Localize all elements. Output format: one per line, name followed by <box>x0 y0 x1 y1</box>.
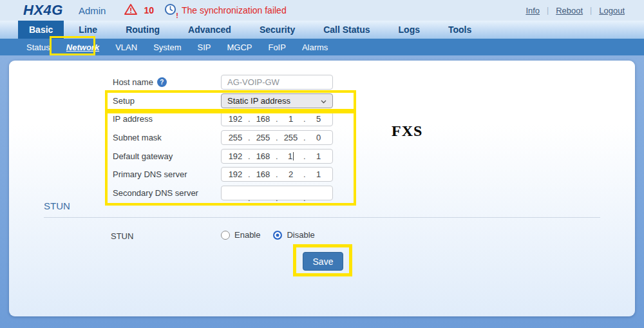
host-name-input[interactable] <box>221 75 333 90</box>
subtab-alarms[interactable]: Alarms <box>298 43 332 52</box>
default-gateway-row: Default gateway 192 168 1 1 <box>113 149 333 164</box>
logged-in-user: Admin <box>79 5 106 16</box>
reboot-link[interactable]: Reboot <box>556 6 583 15</box>
stun-enable-option[interactable]: Enable <box>221 230 260 240</box>
subtab-network[interactable]: Network <box>62 43 103 52</box>
warning-triangle-icon[interactable] <box>124 3 138 18</box>
top-bar: HX4G Admin 10 ! The synchronization fail… <box>0 0 644 21</box>
ip-address-input[interactable]: 192 168 1 5 <box>221 111 333 126</box>
save-button[interactable]: Save <box>303 252 343 271</box>
primary-dns-label: Primary DNS server <box>113 169 221 179</box>
subtab-vlan[interactable]: VLAN <box>111 43 141 52</box>
host-name-row: Host name ? <box>113 75 333 90</box>
setup-label: Setup <box>113 96 221 106</box>
logout-link[interactable]: Logout <box>599 6 625 15</box>
setup-select[interactable]: Static IP address <box>221 93 333 108</box>
tab-logs[interactable]: Logs <box>399 21 420 39</box>
alert-count[interactable]: 10 <box>144 5 154 15</box>
secondary-dns-label: Secondary DNS server <box>113 188 221 198</box>
section-divider <box>44 217 600 218</box>
page-background: Host name ? Setup Static IP address IP a… <box>0 55 644 328</box>
help-icon[interactable]: ? <box>157 77 167 87</box>
subtab-mgcp[interactable]: MGCP <box>223 43 256 52</box>
ip-address-label: IP address <box>113 114 221 124</box>
settings-panel: Host name ? Setup Static IP address IP a… <box>9 61 635 316</box>
setup-select-value: Static IP address <box>227 96 290 106</box>
brand-logo: HX4G <box>23 2 63 19</box>
subnet-mask-input[interactable]: 255 255 255 0 <box>221 130 333 145</box>
default-gateway-input[interactable]: 192 168 1 1 <box>221 149 333 164</box>
stun-label: STUN <box>111 231 133 241</box>
sync-status-message: The synchronization failed <box>182 5 287 15</box>
host-name-label: Host name ? <box>113 77 221 87</box>
tab-call-status[interactable]: Call Status <box>323 21 370 39</box>
tab-security[interactable]: Security <box>260 21 295 39</box>
subnet-mask-label: Subnet mask <box>113 133 221 142</box>
secondary-dns-row: Secondary DNS server <box>113 186 333 200</box>
tab-basic[interactable]: Basic <box>18 21 64 39</box>
subnet-mask-row: Subnet mask 255 255 255 0 <box>113 130 333 145</box>
stun-disable-option[interactable]: Disable <box>273 230 314 240</box>
sync-bang-icon: ! <box>176 12 178 19</box>
sub-nav: Status Network VLAN System SIP MGCP FoIP… <box>0 39 644 55</box>
primary-dns-input[interactable]: 192 168 2 1 <box>221 167 333 182</box>
secondary-dns-input[interactable] <box>221 186 333 200</box>
radio-disable[interactable] <box>273 231 282 240</box>
primary-dns-row: Primary DNS server 192 168 2 1 <box>113 167 333 182</box>
subtab-sip[interactable]: SIP <box>193 43 214 52</box>
chevron-down-icon <box>321 96 327 106</box>
default-gateway-label: Default gateway <box>113 151 221 161</box>
ip-address-row: IP address 192 168 1 5 <box>113 111 333 126</box>
tab-advanced[interactable]: Advanced <box>188 21 231 39</box>
subtab-status[interactable]: Status <box>23 43 54 52</box>
radio-enable[interactable] <box>221 231 230 240</box>
header-links: Info Reboot Logout <box>526 6 625 15</box>
fxs-annotation: FXS <box>392 122 422 140</box>
info-link[interactable]: Info <box>526 6 540 15</box>
tab-line[interactable]: Line <box>79 21 97 39</box>
subtab-foip[interactable]: FoIP <box>264 43 289 52</box>
sync-failed-clock-icon <box>164 3 176 18</box>
subtab-system[interactable]: System <box>149 43 185 52</box>
tab-tools[interactable]: Tools <box>448 21 471 39</box>
tab-routing[interactable]: Routing <box>126 21 160 39</box>
setup-row: Setup Static IP address <box>113 93 333 108</box>
main-nav: Basic Line Routing Advanced Security Cal… <box>0 21 644 39</box>
stun-radio-group: Enable Disable <box>221 230 315 240</box>
stun-section-title: STUN <box>44 200 70 211</box>
